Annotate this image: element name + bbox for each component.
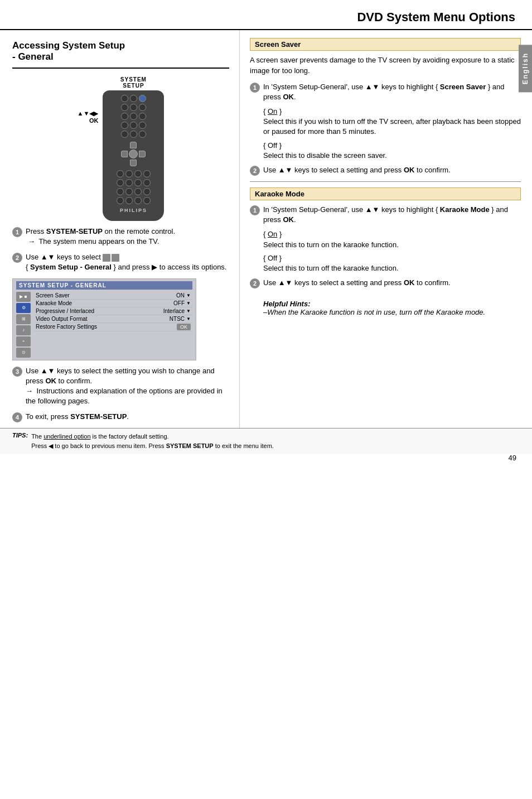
dpad-down[interactable]: [130, 160, 137, 166]
remote-btn: [117, 170, 124, 177]
menu-row-label: Progressive / Interlaced: [36, 308, 94, 314]
menu-rows: Screen Saver ON ▼ Karaoke Mode OFF ▼ Pro…: [34, 292, 192, 358]
menu-row-val: OK: [177, 324, 191, 330]
tips-line1: The underlined option is the factory def…: [31, 433, 168, 440]
screen-saver-on-option: { On } Select this if you wish to turn o…: [263, 107, 521, 137]
menu-title: SYSTEM SETUP - GENERAL: [19, 282, 107, 288]
remote-btn: [121, 113, 128, 120]
ss-step-num-2: 2: [250, 166, 260, 176]
remote-btn: [121, 131, 128, 138]
ss-step-2-text: Use ▲▼ keys to select a setting and pres…: [263, 165, 521, 175]
system-setup-bold-4: SYSTEM-SETUP: [70, 412, 127, 421]
remote-illustration: ▲▼◀▶ OK SYSTEMSETUP: [12, 76, 229, 221]
menu-row-video: Video Output Format NTSC ▼: [34, 315, 192, 323]
remote-btn: [130, 113, 137, 120]
on-option-text: Select this if you wish to turn off the …: [263, 117, 521, 136]
menu-icon-4: ♪: [16, 325, 31, 335]
step-num-2: 2: [12, 253, 22, 263]
screen-saver-bold: Screen Saver: [440, 83, 486, 91]
remote-btn: [125, 179, 133, 186]
menu-icons: ▶ ■ ⚙ ⊞ ♪ + ⊙: [16, 292, 32, 358]
tips-bar: TIPS: The underlined option is the facto…: [0, 428, 532, 454]
karaoke-off-option: { Off } Select this to turn off the kara…: [263, 253, 521, 273]
step-4-text: To exit, press SYSTEM-SETUP.: [26, 412, 229, 422]
remote-btn: [130, 104, 137, 111]
dpad-left[interactable]: [121, 151, 128, 157]
karaoke-step-2-text: Use ▲▼ keys to select a setting and pres…: [263, 278, 521, 288]
remote-btn: [117, 197, 124, 204]
left-column: Accessing System Setup - General ▲▼◀▶ OK…: [0, 30, 240, 428]
remote-btn: [139, 122, 146, 129]
menu-icon-6: ⊙: [16, 348, 31, 358]
menu-row-label: Video Output Format: [36, 316, 88, 322]
remote-btn: [117, 188, 124, 195]
remote-btn: [121, 104, 128, 111]
remote-btn: [139, 131, 146, 138]
step-1: 1 Press SYSTEM-SETUP on the remote contr…: [12, 227, 229, 247]
menu-sidebar: ▶ ■ ⚙ ⊞ ♪ + ⊙ Screen Saver ON ▼ Karaoke …: [16, 292, 192, 358]
remote-brand: PHILIPS: [120, 208, 147, 213]
menu-header: SYSTEM SETUP - GENERAL: [16, 281, 192, 290]
karaoke-step-2: 2 Use ▲▼ keys to select a setting and pr…: [250, 278, 521, 288]
ok-bold-ss2: OK: [404, 166, 415, 174]
remote-body: PHILIPS: [103, 90, 164, 221]
page-title: DVD System Menu Options: [0, 0, 532, 30]
karaoke-off-text: Select this to turn off the karaoke func…: [263, 264, 399, 272]
remote-btn: [134, 179, 142, 186]
dpad-up[interactable]: [130, 142, 137, 148]
dpad-right[interactable]: [139, 151, 146, 157]
remote-btn: [130, 122, 137, 129]
tips-line2: Press ◀ to go back to previous menu item…: [31, 442, 274, 449]
system-setup-bold: SYSTEM-SETUP: [46, 227, 103, 235]
remote-btn: [139, 95, 146, 102]
ss-step-num-1: 1: [250, 83, 260, 93]
ss-step-1-text: In 'System Setup-General', use ▲▼ keys t…: [263, 82, 521, 102]
menu-row-screen-saver: Screen Saver ON ▼: [34, 292, 192, 300]
karaoke-on-option: { On } Select this to turn on the karaok…: [263, 229, 521, 249]
hints-title: Helpful Hints:: [263, 300, 521, 308]
karaoke-step-num-2: 2: [250, 278, 260, 288]
remote-btn: [143, 197, 151, 204]
step-1-text: Press SYSTEM-SETUP on the remote control…: [26, 227, 229, 247]
menu-row-val: NTSC ▼: [170, 316, 191, 322]
right-column: Screen Saver A screen saver prevents dam…: [240, 30, 532, 428]
ok-bold: OK: [45, 377, 56, 385]
remote-btn: [143, 188, 151, 195]
remote-label: SYSTEMSETUP: [120, 76, 147, 89]
step-3-sub: → Instructions and explanation of the op…: [26, 387, 223, 405]
ok-label: OK: [89, 117, 99, 124]
screen-saver-header: Screen Saver: [250, 38, 521, 51]
screen-saver-intro: A screen saver prevents damage to the TV…: [250, 55, 521, 76]
screen-saver-off-option: { Off } Select this to disable the scree…: [263, 141, 521, 161]
karaoke-mode-header: Karaoke Mode: [250, 187, 521, 200]
step-num-1: 1: [12, 227, 22, 237]
ok-bold-ss: OK: [283, 93, 294, 101]
remote-btn: [130, 95, 137, 102]
menu-row-label: Screen Saver: [36, 292, 70, 299]
step-4: 4 To exit, press SYSTEM-SETUP.: [12, 412, 229, 422]
karaoke-mode-bold: Karaoke Mode: [440, 205, 490, 214]
remote-btn: [130, 131, 137, 138]
step-3: 3 Use ▲▼ keys to select the setting you …: [12, 366, 229, 407]
remote-btn: [139, 104, 146, 111]
karaoke-on-text: Select this to turn on the karaoke funct…: [263, 240, 399, 249]
tips-content: The underlined option is the factory def…: [31, 432, 520, 450]
menu-row-progressive: Progressive / Interlaced Interlace ▼: [34, 307, 192, 315]
dpad[interactable]: [121, 142, 146, 166]
menu-row-val: Interlace ▼: [163, 308, 191, 314]
remote-btn: [143, 179, 151, 186]
icon-box-2: [112, 254, 119, 262]
step-3-text: Use ▲▼ keys to select the setting you wi…: [26, 366, 229, 407]
karaoke-on-label: On: [268, 230, 277, 238]
off-option-text: Select this to disable the screen saver.: [263, 151, 387, 160]
menu-row-label: Restore Factory Settings: [36, 324, 97, 330]
screen-saver-step-1: 1 In 'System Setup-General', use ▲▼ keys…: [250, 82, 521, 102]
step-2-text: Use ▲▼ keys to select { System Setup - G…: [26, 252, 229, 272]
menu-row-label: Karaoke Mode: [36, 300, 72, 306]
steps-list-2: 3 Use ▲▼ keys to select the setting you …: [12, 366, 229, 423]
menu-row-karaoke: Karaoke Mode OFF ▼: [34, 300, 192, 307]
remote-btn: [134, 188, 142, 195]
menu-row-factory: Restore Factory Settings OK: [34, 323, 192, 331]
menu-row-val: ON ▼: [176, 292, 191, 299]
dpad-center[interactable]: [129, 150, 138, 158]
